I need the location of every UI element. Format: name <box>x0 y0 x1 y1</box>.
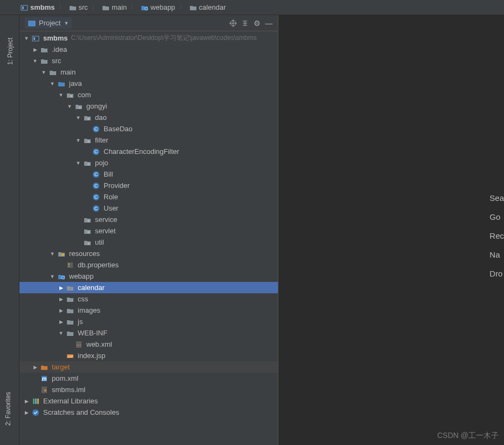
tree-item-root[interactable]: ▼smbmsC:\Users\Administrator\Desktop\学习笔… <box>19 32 278 44</box>
tree-item-scratch[interactable]: ▶Scratches and Consoles <box>19 407 278 418</box>
folder-icon <box>66 306 74 315</box>
settings-button[interactable]: ⚙ <box>251 17 263 29</box>
tree-item-main[interactable]: ▼main <box>19 66 278 78</box>
tree-item-webapp[interactable]: ▼webapp <box>19 271 278 282</box>
breadcrumb-item-calendar[interactable]: calendar <box>188 3 227 11</box>
tree-label: filter <box>95 136 108 144</box>
tree-item-images[interactable]: ▶images <box>19 305 278 316</box>
locate-file-button[interactable] <box>227 17 239 29</box>
chevron-down-icon[interactable]: ▼ <box>32 58 38 64</box>
sidebar-tab-favorites[interactable]: 2: Favorites <box>4 392 12 426</box>
tool-window-title: Project <box>39 19 60 27</box>
hide-button[interactable]: — <box>263 17 275 29</box>
tree-item-cef[interactable]: CCharacterEncodingFilter <box>19 146 278 157</box>
scratch-icon <box>31 408 40 417</box>
tree-item-java[interactable]: ▼java <box>19 78 278 89</box>
sidebar-tab-project[interactable]: 1: Project <box>6 38 14 65</box>
svg-text:xml: xml <box>76 343 81 347</box>
tree-item-target[interactable]: ▶target <box>19 361 278 373</box>
tree-item-iml[interactable]: smbms.iml <box>19 384 278 395</box>
tree-label: Scratches and Consoles <box>43 408 119 416</box>
breadcrumb-item-main[interactable]: main <box>101 3 128 11</box>
chevron-down-icon[interactable]: ▼ <box>24 36 29 41</box>
chevron-down-icon[interactable]: ▼ <box>58 331 64 336</box>
tree-item-pojo[interactable]: ▼pojo <box>19 157 278 168</box>
chevron-down-icon[interactable]: ▼ <box>76 115 81 120</box>
resfolder-icon <box>57 250 66 258</box>
no-arrow <box>58 353 64 359</box>
welcome-action-1[interactable]: Go <box>489 212 504 221</box>
class-icon: C <box>92 170 100 179</box>
chevron-right-icon[interactable]: ▶ <box>24 410 29 415</box>
chevron-right-icon[interactable]: ▶ <box>58 296 64 302</box>
chevron-right-icon[interactable]: ▶ <box>32 365 38 370</box>
tree-item-role[interactable]: CRole <box>19 191 278 203</box>
chevron-down-icon[interactable]: ▼ <box>67 104 72 109</box>
chevron-down-icon[interactable]: ▼ <box>58 92 64 98</box>
chevron-right-icon[interactable]: ▶ <box>32 47 38 52</box>
breadcrumb-item-src[interactable]: src <box>68 3 89 11</box>
chevron-down-icon[interactable]: ▼ <box>76 160 81 166</box>
tree-label: calendar <box>78 284 105 292</box>
chevron-down-icon[interactable]: ▼ <box>41 70 46 75</box>
tree-item-css[interactable]: ▶css <box>19 293 278 305</box>
editor-empty-area: SeaGoRecNaDro <box>278 15 504 445</box>
tree-item-dbprops[interactable]: db.properties <box>19 259 278 271</box>
chevron-down-icon[interactable]: ▼ <box>50 81 55 86</box>
tree-item-servlet[interactable]: servlet <box>19 225 278 237</box>
welcome-action-4[interactable]: Dro <box>489 269 504 278</box>
class-icon: C <box>92 181 100 190</box>
chevron-right-icon[interactable]: ▶ <box>24 399 29 404</box>
folder-icon <box>40 57 49 65</box>
tree-item-pom[interactable]: mpom.xml <box>19 373 278 384</box>
breadcrumb-item-smbms[interactable]: smbms <box>19 3 56 11</box>
welcome-action-0[interactable]: Sea <box>489 193 504 203</box>
expand-all-button[interactable] <box>239 17 251 29</box>
chevron-right-icon[interactable]: ▶ <box>58 319 64 325</box>
tree-item-webinf[interactable]: ▼WEB-INF <box>19 327 278 339</box>
breadcrumb-item-webapp[interactable]: webapp <box>140 3 176 11</box>
tree-item-gongyi[interactable]: ▼gongyi <box>19 100 278 112</box>
tree-label: db.properties <box>78 261 119 269</box>
svg-rect-47 <box>35 399 37 404</box>
project-tree[interactable]: ▼smbmsC:\Users\Administrator\Desktop\学习笔… <box>19 31 278 445</box>
chevron-down-icon[interactable]: ▼ <box>50 274 55 279</box>
breadcrumb-label: main <box>112 3 127 11</box>
tree-item-src[interactable]: ▼src <box>19 55 278 66</box>
tree-item-webxml[interactable]: xmlweb.xml <box>19 339 278 350</box>
welcome-action-2[interactable]: Rec <box>489 231 504 240</box>
tree-item-resources[interactable]: ▼resources <box>19 248 278 259</box>
tree-item-js[interactable]: ▶js <box>19 316 278 327</box>
chevron-down-icon[interactable]: ▼ <box>76 138 81 143</box>
tree-label: webapp <box>69 272 94 280</box>
tree-label: WEB-INF <box>78 329 107 337</box>
tree-label: pom.xml <box>52 374 78 382</box>
welcome-action-3[interactable]: Na <box>489 250 504 259</box>
tree-item-filter[interactable]: ▼filter <box>19 134 278 146</box>
svg-text:C: C <box>94 183 98 188</box>
tree-label: com <box>78 91 91 99</box>
tree-item-indexjsp[interactable]: JSPindex.jsp <box>19 350 278 361</box>
tree-item-bill[interactable]: CBill <box>19 168 278 180</box>
tree-item-util[interactable]: util <box>19 237 278 248</box>
tree-item-dao[interactable]: ▼dao <box>19 112 278 123</box>
tree-item-calendar[interactable]: ▶calendar <box>19 282 278 293</box>
tree-item-provider[interactable]: CProvider <box>19 180 278 191</box>
tree-item-extlib[interactable]: ▶External Libraries <box>19 395 278 407</box>
chevron-down-icon[interactable]: ▼ <box>50 251 55 257</box>
tree-label: smbms.iml <box>52 386 85 394</box>
folder-icon <box>49 68 57 77</box>
tree-item-user[interactable]: CUser <box>19 203 278 214</box>
tree-item-com[interactable]: ▼com <box>19 89 278 100</box>
svg-point-21 <box>87 163 90 165</box>
project-tool-window: Project ▼ ⚙ — ▼smbmsC:\Users\Administrat… <box>19 15 278 445</box>
tree-item-service[interactable]: service <box>19 214 278 225</box>
tree-label: pojo <box>95 159 108 167</box>
chevron-right-icon[interactable]: ▶ <box>58 285 64 291</box>
tree-item-idea[interactable]: ▶.idea <box>19 44 278 55</box>
project-view-selector[interactable]: Project ▼ <box>25 17 72 29</box>
breadcrumb-separator-icon: 〉 <box>128 3 140 12</box>
no-arrow <box>84 194 90 200</box>
chevron-right-icon[interactable]: ▶ <box>58 308 64 313</box>
tree-item-basedao[interactable]: CBaseDao <box>19 123 278 134</box>
